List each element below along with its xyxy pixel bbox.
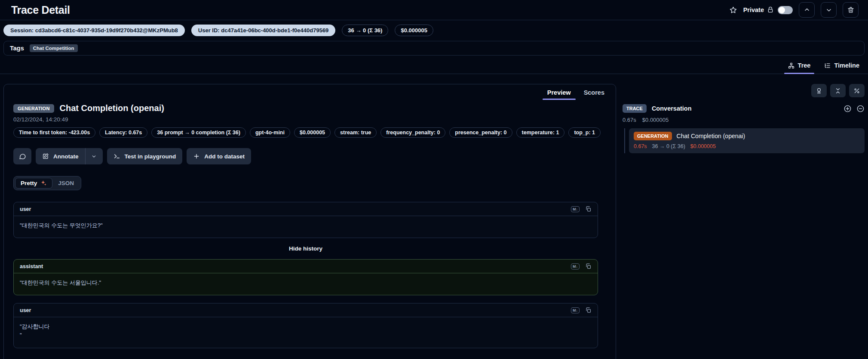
scores-toggle-button[interactable] [811,84,827,97]
award-icon [816,87,822,94]
tab-preview[interactable]: Preview [546,87,572,100]
fold-vertical-icon [834,87,841,94]
annotate-dropdown-button[interactable] [86,148,103,164]
generation-badge: GENERATION [634,132,672,140]
metric-pill: 36 prompt → 0 completion (Σ 36) [151,127,246,138]
actions-row: Annotate Test in playgroun [13,148,606,164]
metrics-toggle-button[interactable] [849,84,865,97]
star-icon [729,6,737,14]
observation-timestamp: 02/12/2024, 14:20:49 [13,116,606,123]
node-cost: $0.000005 [690,143,716,149]
json-toggle[interactable]: JSON [52,178,80,189]
format-toggle: Pretty JSON [13,176,81,190]
observation-metrics: Time to first token: -423.00s Latency: 0… [13,127,604,138]
content: Preview Scores GENERATION Chat Completio… [0,74,868,359]
observation-header: GENERATION Chat Completion (openai) [13,103,606,113]
header: Trace Detail Private [0,0,868,20]
cost-badge: $0.000005 [395,25,433,36]
trace-title: Conversation [652,105,692,112]
messages-list: user M↓ "대한민국의 수도는 무엇인가요?" [13,202,598,348]
sparkles-icon [40,180,47,186]
session-badge[interactable]: Session: cd3abcd6-c81c-4037-935d-19d9f27… [3,25,185,36]
message-header: assistant M↓ [14,260,598,273]
next-trace-button[interactable] [821,2,837,18]
delete-trace-button[interactable] [843,2,859,18]
metric-pill: gpt-4o-mini [250,127,290,138]
copy-button[interactable] [585,307,592,313]
lock-icon [767,6,774,13]
tab-timeline[interactable]: Timeline [823,59,860,74]
markdown-icon[interactable]: M↓ [571,307,580,313]
previous-trace-button[interactable] [799,2,815,18]
annotate-split-button: Annotate [36,148,103,164]
markdown-icon[interactable]: M↓ [571,263,580,269]
tab-timeline-label: Timeline [834,62,859,69]
add-to-dataset-button[interactable]: Add to dataset [187,148,251,164]
user-id-badge[interactable]: User ID: dc47a41e-06bc-400d-bde1-f0e440d… [191,25,336,36]
message-content: "감사합니다 " [14,317,598,347]
message-header: user M↓ [14,202,598,216]
add-to-dataset-label: Add to dataset [204,153,245,160]
minus-circle-icon [856,105,865,113]
playground-label: Test in playground [125,153,176,160]
edit-icon [42,153,49,160]
message-content: "대한민국의 수도는 무엇인가요?" [14,216,598,238]
collapse-all-button[interactable] [830,84,846,97]
terminal-icon [113,153,120,160]
tag-badge[interactable]: Chat Competition [30,44,78,52]
tags-label: Tags [10,45,24,52]
copy-icon [585,307,592,313]
message-header-icons: M↓ [571,206,592,212]
message-box-user-2: user M↓ "감사합니다 " [13,303,598,348]
trace-tree-sidebar: TRACE Conversation 0.67s [623,84,865,153]
chat-bubble-icon [19,153,26,160]
privacy-label: Private [743,6,764,13]
node-header: GENERATION Chat Completion (openai) [634,132,860,140]
chevron-up-icon [804,6,810,13]
view-tabs: Tree Timeline [0,59,868,74]
header-actions: Private [729,2,859,18]
tree-node-wrap: GENERATION Chat Completion (openai) 0.67… [623,128,865,153]
expand-all-button[interactable] [843,105,852,113]
comment-button[interactable] [13,148,31,164]
percent-icon [853,87,860,94]
markdown-icon[interactable]: M↓ [571,206,580,212]
node-latency: 0.67s [634,143,647,149]
tree-icon [788,62,794,69]
test-in-playground-button[interactable]: Test in playground [107,148,183,164]
hide-history-button[interactable]: Hide history [13,245,598,252]
bookmark-star-button[interactable] [729,6,737,14]
generation-node-selected[interactable]: GENERATION Chat Completion (openai) 0.67… [629,128,865,153]
metric-pill: temperature: 1 [516,127,565,138]
privacy-toggle[interactable] [778,6,793,14]
observation-title: Chat Completion (openai) [60,103,164,113]
token-usage-badge: 36 → 0 (Σ 36) [342,25,388,36]
trace-stats: 0.67s $0.000005 [623,117,865,123]
trash-icon [847,6,854,13]
annotate-button[interactable]: Annotate [36,148,85,164]
node-tokens: 36 → 0 (Σ 36) [652,143,685,149]
copy-icon [585,263,592,269]
tab-scores[interactable]: Scores [583,87,605,100]
metric-pill: $0.000005 [294,127,331,138]
trace-root-row[interactable]: TRACE Conversation [623,104,865,113]
copy-button[interactable] [585,206,592,212]
message-box-assistant: assistant M↓ "대한민국의 수도는 서울입니다." [13,259,598,295]
observation-card: Preview Scores GENERATION Chat Completio… [3,84,616,359]
metric-pill: frequency_penalty: 0 [380,127,445,138]
copy-button[interactable] [585,263,592,269]
trace-expand-controls [843,105,865,113]
tab-tree-label: Tree [798,62,811,69]
plus-circle-icon [843,105,852,113]
metric-pill: Time to first token: -423.00s [13,127,95,138]
message-content: "대한민국의 수도는 서울입니다." [14,273,598,295]
pretty-toggle[interactable]: Pretty [15,178,52,189]
trace-cost: $0.000005 [642,117,669,123]
tab-tree[interactable]: Tree [787,59,812,74]
collapse-tree-button[interactable] [856,105,865,113]
annotate-label: Annotate [53,153,79,160]
trace-detail-page: Trace Detail Private [0,0,868,359]
generation-type-badge: GENERATION [13,104,54,113]
metric-pill: Latency: 0.67s [99,127,147,138]
metric-pill: presence_penalty: 0 [449,127,512,138]
